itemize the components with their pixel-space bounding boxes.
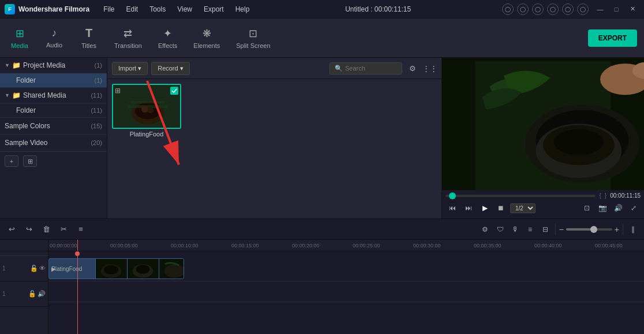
tab-elements[interactable]: ❋ Elements <box>185 24 228 53</box>
import-button[interactable]: Import ▾ <box>112 62 148 75</box>
tab-transition[interactable]: ⇄ Transition <box>106 24 150 53</box>
grid-view-icon[interactable]: ⋮⋮ <box>423 61 437 75</box>
maximize-button[interactable]: □ <box>609 2 623 16</box>
audio-tab-icon: ♪ <box>52 27 57 39</box>
media-thumb-platingfood[interactable]: ⊞ <box>112 84 181 129</box>
shared-media-section: ▼ 📁 Shared Media (11) Folder (11) <box>0 88 107 118</box>
play-button[interactable]: ▶ <box>478 201 492 215</box>
account-icon[interactable]: ◯ <box>502 3 514 15</box>
track1-eye-icon[interactable]: 👁 <box>39 265 46 272</box>
audio1-volume-icon[interactable]: 🔊 <box>38 290 46 298</box>
sample-video-item[interactable]: Sample Video (20) <box>0 135 107 151</box>
download-icon[interactable]: ◯ <box>577 3 589 15</box>
render-icon[interactable]: ⚙ <box>479 223 492 236</box>
search-box[interactable]: 🔍 <box>330 62 402 75</box>
project-media-folder-item[interactable]: Folder (1) <box>0 73 107 88</box>
clip-thumb-2 <box>127 259 159 279</box>
fullscreen-icon[interactable]: ⤢ <box>627 201 641 215</box>
logo-icon: F <box>5 4 15 14</box>
zoom-bar[interactable] <box>566 228 612 231</box>
new-folder-button[interactable]: + <box>5 155 18 167</box>
media-item-platingfood[interactable]: ⊞ PlatingFood <box>112 84 181 138</box>
timeline-tracks: 1 🔓 👁 1 🔓 🔊 <box>0 251 644 334</box>
menu-view[interactable]: View <box>173 4 197 14</box>
undo-button[interactable]: ↩ <box>5 222 18 236</box>
ruler-tick-0: 00:00:00:00 <box>50 243 77 248</box>
panel-footer: + ⊞ <box>0 151 107 170</box>
track-content-spacer <box>48 251 644 256</box>
timeline-settings-icon[interactable]: ∥ <box>627 223 639 236</box>
progress-bar[interactable] <box>445 195 596 197</box>
menu-export[interactable]: Export <box>199 4 229 14</box>
frame-back-button[interactable]: ⏭ <box>462 201 475 215</box>
tab-splitscreen[interactable]: ⊡ Split Screen <box>228 24 278 53</box>
menu-edit[interactable]: Edit <box>121 4 143 14</box>
pip-icon[interactable]: ⊟ <box>539 223 552 236</box>
volume-icon[interactable]: 🔊 <box>611 201 625 215</box>
selected-check-icon <box>170 87 178 95</box>
mail-icon[interactable]: ◯ <box>562 3 574 15</box>
audio-track-row <box>48 281 644 302</box>
export-button[interactable]: EXPORT <box>588 29 637 47</box>
project-media-header[interactable]: ▼ 📁 Project Media (1) <box>0 58 107 73</box>
zoom-in-button[interactable]: + <box>615 225 619 234</box>
zoom-fill <box>566 228 594 231</box>
redo-button[interactable]: ↪ <box>22 222 36 236</box>
menu-tools[interactable]: Tools <box>145 4 170 14</box>
shared-media-folder-item[interactable]: Folder (11) <box>0 103 107 118</box>
clip-thumb-1 <box>95 259 127 279</box>
delete-button[interactable]: 🗑 <box>39 222 53 236</box>
track1-lock-icon[interactable]: 🔓 <box>30 265 38 272</box>
speed-select[interactable]: 1/2 <box>510 203 536 213</box>
close-button[interactable]: ✕ <box>626 2 639 16</box>
voice-record-icon[interactable]: 🎙 <box>509 223 522 236</box>
profile-icon[interactable]: ◯ <box>532 3 544 15</box>
elements-tab-label: Elements <box>193 42 220 49</box>
sample-colors-item[interactable]: Sample Colors (15) <box>0 118 107 135</box>
tab-effects[interactable]: ✦ Effects <box>150 24 185 53</box>
filter-icon[interactable]: ⚙ <box>406 61 420 75</box>
time-bracket-end: } <box>605 192 606 199</box>
menu-bar: File Edit Tools View Export Help <box>99 4 254 14</box>
menu-help[interactable]: Help <box>231 4 254 14</box>
adjust-button[interactable]: ≡ <box>74 222 88 236</box>
minimize-button[interactable]: — <box>593 2 607 16</box>
notification-icon[interactable]: ◯ <box>517 3 529 15</box>
audio-tab-label: Audio <box>46 42 62 49</box>
zoom-handle[interactable] <box>590 226 597 233</box>
record-button[interactable]: Record ▾ <box>151 62 189 75</box>
timeline-divider2 <box>623 224 623 235</box>
search-icon: 🔍 <box>335 65 343 72</box>
effects-tab-label: Effects <box>158 42 177 49</box>
split-button[interactable]: ✂ <box>57 222 70 236</box>
zoom-out-button[interactable]: − <box>559 225 564 234</box>
step-back-button[interactable]: ⏮ <box>445 201 459 215</box>
search-input[interactable] <box>345 65 397 72</box>
shared-media-header[interactable]: ▼ 📁 Shared Media (11) <box>0 88 107 103</box>
video-clip-platingfood[interactable]: ▶ PlatingFood <box>48 258 184 279</box>
tab-audio[interactable]: ♪ Audio <box>37 24 72 52</box>
motion-track-icon[interactable]: 🛡 <box>494 223 507 236</box>
preview-right-controls: ⊡ 📷 🔊 ⤢ <box>580 201 641 215</box>
storage-icon[interactable]: ◯ <box>547 3 559 15</box>
svg-point-5 <box>141 106 148 113</box>
stop-button[interactable]: ⏹ <box>494 201 508 215</box>
fit-view-icon[interactable]: ⊡ <box>580 201 594 215</box>
main-toolbar: ⊞ Media ♪ Audio T Titles ⇄ Transition ✦ … <box>0 18 644 58</box>
ruler-tick-4: 00:00:20:00 <box>292 243 320 248</box>
svg-point-21 <box>136 265 150 274</box>
titlebar-icons: ◯ ◯ ◯ ◯ ◯ ◯ <box>502 3 589 15</box>
progress-handle[interactable] <box>449 192 456 199</box>
project-folder-label: Folder <box>16 76 36 84</box>
subtitle-icon[interactable]: ≡ <box>524 223 537 236</box>
menu-file[interactable]: File <box>99 4 119 14</box>
new-bin-button[interactable]: ⊞ <box>23 155 37 167</box>
audio1-lock-icon[interactable]: 🔓 <box>28 290 36 298</box>
snapshot-icon[interactable]: 📷 <box>596 201 609 215</box>
preview-controls: { } 00:00:11:15 ⏮ ⏭ ▶ ⏹ 1/2 ⊡ 📷 🔊 <box>442 190 644 218</box>
tab-media[interactable]: ⊞ Media <box>2 24 37 53</box>
svg-point-23 <box>164 264 184 278</box>
timeline-divider <box>555 224 556 235</box>
tab-titles[interactable]: T Titles <box>72 23 106 53</box>
sample-colors-count: (15) <box>91 123 102 129</box>
